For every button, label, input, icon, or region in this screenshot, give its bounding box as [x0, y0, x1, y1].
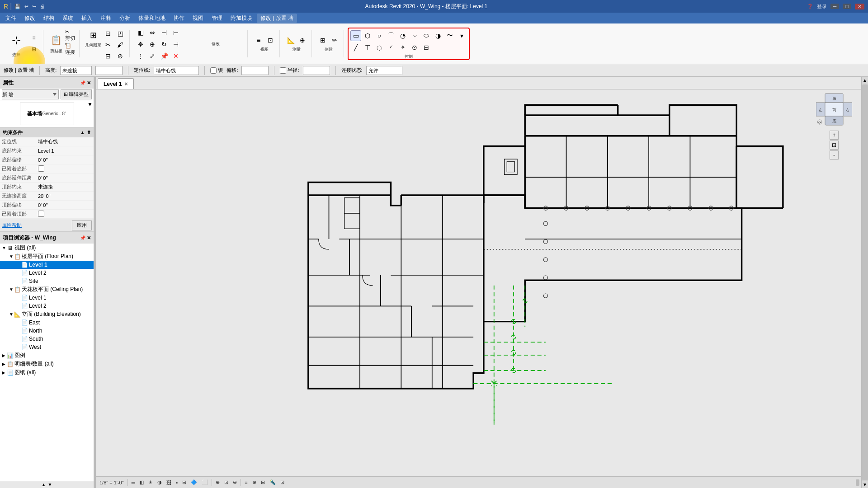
lock-checkbox[interactable] — [210, 67, 217, 74]
pb-close-btn[interactable]: × — [87, 234, 91, 241]
prop-line-btn[interactable]: ≡ — [243, 478, 249, 487]
scroll-up-btn[interactable]: ▲ — [862, 77, 868, 84]
locline-select[interactable]: 墙中心线 核心层中心线 面层外侧面 — [154, 66, 199, 75]
region-btn[interactable]: 🖼 — [165, 478, 173, 487]
detail-level-btn[interactable]: ═ — [130, 478, 137, 487]
thin-lines-btn[interactable]: ≡ — [253, 35, 264, 46]
menu-addins[interactable]: 附加模块 — [227, 14, 256, 23]
height-select[interactable]: 未连接 Level 1 Level 2 — [60, 66, 92, 75]
expand-sheets-icon[interactable]: ▶ — [2, 370, 6, 375]
3d-btn[interactable]: 🔷 — [189, 478, 199, 487]
mirror-drawaxis-btn[interactable]: ⊢ — [170, 27, 181, 38]
circle-btn[interactable]: ○ — [374, 30, 385, 41]
redo-icon[interactable]: ↪ — [31, 3, 37, 10]
edit-family-btn[interactable]: ✏ — [329, 35, 340, 46]
split-elem-btn[interactable]: ⋮ — [135, 51, 146, 61]
reveal-hidden-btn[interactable]: 🔦 — [268, 478, 278, 487]
arc-tangent-btn[interactable]: ⌣ — [409, 30, 420, 41]
offset-input[interactable]: 0' 0" — [241, 66, 269, 75]
rotate-btn[interactable]: ↻ — [159, 39, 170, 50]
expand-views-icon[interactable]: ▼ — [2, 245, 6, 250]
scroll-up-icon[interactable]: ⬆ — [87, 130, 91, 136]
floor-plan[interactable] — [96, 89, 861, 476]
pb-item-views-all[interactable]: ▼ 🖥 视图 (all) — [0, 244, 94, 252]
crop-btn[interactable]: ▪ — [174, 478, 179, 487]
pb-item-floor-plans[interactable]: ▼ 📋 楼层平面 (Floor Plan) — [0, 252, 94, 261]
pb-item-east[interactable]: 📄 East — [0, 319, 94, 327]
arc4-btn[interactable]: ◜ — [386, 42, 396, 53]
scroll-thumb[interactable] — [862, 84, 868, 480]
menu-modify[interactable]: 修改 — [21, 14, 39, 23]
show-hidden-btn[interactable]: ⊡ — [265, 35, 276, 46]
menu-systems[interactable]: 系统 — [59, 14, 77, 23]
inscribed-polygon-btn[interactable]: ⬡ — [362, 30, 373, 41]
pb-item-ceiling-l2[interactable]: 📄 Level 2 — [0, 302, 94, 310]
expand-legend-icon[interactable]: ▶ — [2, 353, 6, 358]
sun-path-btn[interactable]: ☀ — [146, 478, 155, 487]
radius-checkbox[interactable] — [280, 67, 286, 74]
props-expand-icon[interactable]: ▼ — [87, 101, 93, 108]
zoom-in-btn[interactable]: + — [830, 131, 839, 140]
props-apply-btn[interactable]: 应用 — [72, 221, 92, 230]
pick-lines-btn[interactable]: ⌖ — [397, 42, 408, 53]
constraints-section-header[interactable]: 约束条件 ▲ ⬆ — [0, 127, 94, 137]
unpaint-btn[interactable]: ⊘ — [115, 51, 126, 61]
wall-join-btn[interactable]: ⊞ — [86, 28, 100, 42]
menu-view[interactable]: 视图 — [189, 14, 207, 23]
save-icon[interactable]: 💾 — [14, 3, 22, 10]
props-pin-icon[interactable]: 📌 — [80, 80, 85, 85]
connection-select[interactable]: 允许 不允许 — [366, 66, 402, 75]
scroll-indicator[interactable] — [856, 479, 859, 486]
line2-btn[interactable]: ⊤ — [362, 42, 373, 53]
menu-file[interactable]: 文件 — [2, 14, 20, 23]
pb-scroll-up-btn[interactable]: ▲ — [42, 482, 46, 487]
restore-btn[interactable]: □ — [843, 4, 851, 9]
pb-item-elevations[interactable]: ▼ 📐 立面 (Building Elevation) — [0, 310, 94, 319]
view-canvas[interactable]: 顶 左 前 右 底 ⟳ + ⊡ - — [96, 89, 861, 476]
offset-btn[interactable]: ⇔ — [147, 27, 158, 38]
menu-context[interactable]: 修改 | 放置 墙 — [257, 14, 297, 23]
zoom-in-view-btn[interactable]: ⊕ — [214, 478, 222, 487]
line-btn[interactable]: ╱ — [350, 42, 361, 53]
top-attach-checkbox[interactable] — [38, 211, 44, 217]
login-btn[interactable]: 登录 — [817, 3, 827, 10]
point-btn[interactable]: ⊙ — [409, 42, 420, 53]
split-face-btn[interactable]: ◰ — [115, 28, 126, 39]
mirror-pickaxis-btn[interactable]: ⊣ — [159, 27, 170, 38]
print-icon[interactable]: 🖨 — [39, 3, 46, 10]
expand-floor-plans-icon[interactable]: ▼ — [9, 254, 14, 259]
show-analytical-btn[interactable]: ⊡ — [278, 478, 286, 487]
paste-btn[interactable]: 📋 连接 — [65, 44, 75, 55]
paint-btn[interactable]: 🖌 — [115, 39, 126, 50]
ellipse-btn[interactable]: ⬭ — [421, 30, 432, 41]
tab-close-btn[interactable]: × — [125, 81, 128, 87]
modify-select-btn[interactable]: ⊹ — [5, 29, 27, 51]
minimize-btn[interactable]: ─ — [830, 4, 840, 9]
view-tab-level1[interactable]: Level 1 × — [98, 78, 134, 89]
worksets-btn[interactable]: ⊕ — [250, 478, 258, 487]
undo-icon[interactable]: ↩ — [24, 3, 29, 10]
delete-btn[interactable]: ✕ — [170, 51, 181, 61]
spline-btn[interactable]: 〜 — [444, 30, 455, 41]
menu-analyze[interactable]: 分析 — [116, 14, 134, 23]
floor-btn[interactable]: ⊟ — [421, 42, 432, 53]
cut-geo-btn[interactable]: ✂ — [103, 39, 113, 50]
nav-cube-svg[interactable]: 顶 左 前 右 底 ⟳ — [816, 91, 852, 127]
pb-pin-icon[interactable]: 📌 — [80, 235, 85, 240]
scale-btn[interactable]: ⤢ — [147, 51, 158, 61]
move-btn[interactable]: ✥ — [135, 39, 146, 50]
rectangle-btn[interactable]: ▭ — [350, 30, 361, 41]
trim-extend-btn[interactable]: ⊣ — [170, 39, 181, 50]
pb-item-ceiling-plans[interactable]: ▼ 📋 天花板平面 (Ceiling Plan) — [0, 285, 94, 294]
zoom-fit-btn[interactable]: ⊡ — [830, 141, 839, 150]
hide-crop-btn[interactable]: ⊟ — [180, 478, 188, 487]
measure-btn[interactable]: 📐 — [285, 35, 296, 46]
coord-btn[interactable]: ⊕ — [297, 35, 308, 46]
pb-item-west[interactable]: 📄 West — [0, 343, 94, 351]
arc-center-btn[interactable]: ◔ — [397, 30, 408, 41]
select-all-btn[interactable]: ≡ — [28, 33, 39, 43]
zoom-out-view-btn[interactable]: ⊖ — [231, 478, 239, 487]
props-help-link[interactable]: 属性帮助 — [2, 222, 22, 229]
pb-item-ceiling-l1[interactable]: 📄 Level 1 — [0, 294, 94, 302]
close-btn[interactable]: ✕ — [855, 4, 864, 9]
